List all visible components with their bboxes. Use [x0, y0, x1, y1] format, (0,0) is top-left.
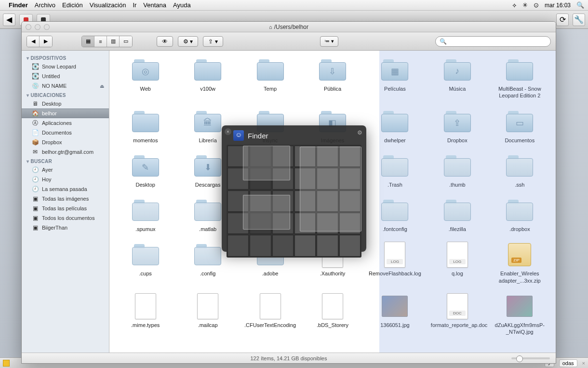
space-cell[interactable]: [294, 235, 316, 256]
icon-view-button[interactable]: ▦: [82, 36, 94, 47]
overlay-window-preview[interactable]: [243, 195, 290, 230]
zoom-button[interactable]: [44, 24, 50, 30]
file-item[interactable]: .spumux: [116, 198, 174, 232]
file-item[interactable]: .bDS_Storery: [303, 294, 361, 336]
eject-icon[interactable]: ⏏: [100, 83, 104, 89]
file-item[interactable]: .ssh: [491, 153, 549, 188]
bg-back-button[interactable]: ◀: [3, 14, 15, 26]
search-field[interactable]: 🔍: [435, 36, 551, 47]
clock[interactable]: mar 16:03: [545, 2, 571, 9]
arrange-button[interactable]: ≔ ▾: [320, 36, 338, 47]
file-item[interactable]: momentos: [116, 109, 174, 144]
app-menu[interactable]: Finder: [9, 1, 28, 9]
column-view-button[interactable]: ▥: [107, 36, 120, 47]
file-item[interactable]: .filezilla: [428, 198, 486, 232]
titlebar[interactable]: ⌂ /Users/belhor: [22, 22, 556, 32]
file-item[interactable]: ✎Desktop: [116, 153, 174, 188]
menu-ventana[interactable]: Ventana: [143, 1, 166, 9]
search-input[interactable]: [449, 38, 547, 45]
traffic-lights[interactable]: [26, 24, 50, 30]
action-button[interactable]: ⚙ ▾: [178, 36, 198, 47]
sidebar-item[interactable]: 💿NO NAME⏏: [22, 81, 109, 91]
list-view-button[interactable]: ≡: [94, 36, 107, 47]
file-item[interactable]: LOGRemoveFlashback.log: [366, 242, 424, 284]
sidebar-item[interactable]: ▣Todas las imágenes: [22, 194, 109, 204]
sidebar: DISPOSITIVOS💽Snow Leopard💽Untitled💿NO NA…: [22, 51, 109, 353]
menu-ir[interactable]: Ir: [133, 1, 136, 9]
overlay-window-preview[interactable]: [243, 146, 290, 180]
file-item[interactable]: Temp: [241, 57, 299, 99]
space-cell[interactable]: [250, 235, 271, 256]
file-item[interactable]: MultiBeast - Snow Leopard Edition 2: [491, 57, 549, 99]
file-item[interactable]: dZuAKLggXfm9msP-_NTwiQ.jpg: [491, 294, 549, 336]
forward-button[interactable]: ▶: [40, 36, 52, 47]
sidebar-item[interactable]: ▣Todas las películas: [22, 204, 109, 213]
minimize-button[interactable]: [35, 24, 40, 30]
file-item[interactable]: .mailcap: [178, 294, 237, 336]
overlay-window-preview[interactable]: [300, 147, 361, 232]
menu-ayuda[interactable]: Ayuda: [173, 1, 191, 9]
menu-visualizacion[interactable]: Visualización: [90, 1, 126, 9]
sidebar-section-header[interactable]: DISPOSITIVOS: [22, 54, 109, 62]
menuextra-icon-2[interactable]: ✳: [522, 1, 528, 9]
file-label: Librería: [199, 137, 216, 144]
file-item[interactable]: Enabler_Wireles adapter_...3xx.zip: [491, 242, 549, 284]
sidebar-item[interactable]: 📦Dropbox: [22, 137, 109, 147]
file-item[interactable]: .thumb: [428, 153, 486, 188]
sidebar-item[interactable]: ▣BiigerThan: [22, 223, 109, 232]
bg-tool-2[interactable]: 🔧: [573, 14, 585, 26]
menuextra-icon-3[interactable]: ⊙: [534, 1, 539, 9]
space-cell[interactable]: [227, 235, 249, 256]
file-item[interactable]: .fontconfig: [366, 198, 424, 232]
bg-tool-1[interactable]: ⟳: [556, 14, 569, 26]
file-item[interactable]: ⇩Pública: [303, 57, 361, 99]
sidebar-item[interactable]: ✉belhor.gtr@gmail.com: [22, 147, 109, 157]
sidebar-item[interactable]: 🖥Desktop: [22, 99, 109, 109]
sidebar-item[interactable]: 💽Untitled: [22, 71, 109, 81]
sidebar-item[interactable]: ▣Todos los documentos: [22, 213, 109, 223]
quicklook-button[interactable]: 👁: [157, 36, 173, 47]
file-item[interactable]: LOGq.log: [428, 242, 486, 284]
file-item[interactable]: .CFUserTextEncoding: [241, 294, 299, 336]
file-item[interactable]: .mime.types: [116, 294, 174, 336]
file-item[interactable]: v100w: [178, 57, 237, 99]
sidebar-item[interactable]: 🕘Hoy: [22, 175, 109, 184]
coverflow-view-button[interactable]: ▭: [120, 36, 132, 47]
back-button[interactable]: ◀: [27, 36, 40, 47]
space-cell[interactable]: [339, 235, 361, 256]
file-item[interactable]: .cups: [116, 242, 174, 284]
overlay-close-button[interactable]: ×: [225, 128, 231, 135]
file-item[interactable]: .dropbox: [491, 198, 549, 232]
spaces-overlay[interactable]: × ⚙ Finder: [222, 125, 366, 252]
menu-archivo[interactable]: Archivo: [35, 1, 55, 9]
bg-bottom-tab[interactable]: odas: [559, 359, 577, 367]
file-item[interactable]: ♪Música: [428, 57, 486, 99]
sidebar-section-header[interactable]: UBICACIONES: [22, 91, 109, 99]
sidebar-item[interactable]: ⒶAplicaciones: [22, 118, 109, 128]
file-item[interactable]: ▦Películas: [366, 57, 424, 99]
file-item[interactable]: DOCformato_reporte_ap.doc: [428, 294, 486, 336]
space-cell[interactable]: [317, 235, 338, 256]
menuextra-icon-1[interactable]: ⟡: [512, 1, 517, 9]
overlay-settings-button[interactable]: ⚙: [357, 129, 362, 136]
icon-size-slider[interactable]: [511, 357, 550, 359]
sidebar-item[interactable]: 🏠belhor: [22, 109, 109, 118]
file-item[interactable]: 1366051.jpg: [366, 294, 424, 336]
sidebar-item[interactable]: 💽Snow Leopard: [22, 62, 109, 71]
sidebar-item[interactable]: 📄Documentos: [22, 128, 109, 137]
file-item[interactable]: dwhelper: [366, 109, 424, 144]
dropbox-button[interactable]: ⇪ ▾: [203, 36, 223, 47]
menu-edicion[interactable]: Edición: [62, 1, 83, 9]
sidebar-item-label: Todas las películas: [42, 205, 87, 211]
bg-close-tab[interactable]: ×: [582, 360, 585, 366]
file-item[interactable]: ◎Web: [116, 57, 174, 99]
file-item[interactable]: .Trash: [366, 153, 424, 188]
sidebar-item[interactable]: 🕘Ayer: [22, 165, 109, 175]
file-item[interactable]: ▭Documentos: [491, 109, 549, 144]
spotlight-icon[interactable]: 🔍: [576, 1, 584, 9]
file-item[interactable]: ⇪Dropbox: [428, 109, 486, 144]
close-button[interactable]: [26, 24, 31, 30]
space-cell[interactable]: [272, 235, 294, 256]
sidebar-item[interactable]: 🕘La semana pasada: [22, 184, 109, 194]
sidebar-section-header[interactable]: BUSCAR: [22, 157, 109, 165]
